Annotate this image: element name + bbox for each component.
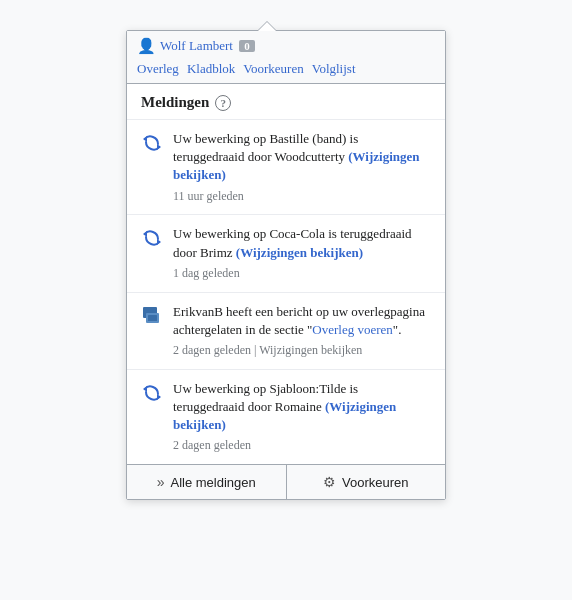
notifications-popup: 👤 Wolf Lambert 0 Overleg Kladblok Voorke… (126, 30, 446, 500)
svg-marker-3 (157, 239, 161, 245)
notification-content: Uw bewerking op Coca-Cola is teruggedraa… (173, 225, 431, 281)
nav-link-voorkeuren[interactable]: Voorkeuren (243, 61, 303, 77)
panel-header: Meldingen ? (127, 84, 445, 120)
top-navigation: 👤 Wolf Lambert 0 Overleg Kladblok Voorke… (127, 31, 445, 84)
notif-link[interactable]: (Wijzigingen bekijken) (173, 399, 396, 432)
all-notifications-button[interactable]: » Alle meldingen (127, 465, 287, 499)
svg-rect-6 (148, 315, 157, 321)
notif-time: 11 uur geleden (173, 188, 431, 205)
notif-link[interactable]: Overleg voeren (312, 322, 393, 337)
notification-item: Uw bewerking op Bastille (band) is terug… (127, 120, 445, 215)
notif-time-link[interactable]: Wijzigingen bekijken (259, 343, 362, 357)
username: Wolf Lambert (160, 38, 233, 54)
notif-time: 1 dag geleden (173, 265, 431, 282)
user-link[interactable]: 👤 Wolf Lambert (137, 37, 233, 55)
notif-time: 2 dagen geleden (173, 437, 431, 454)
notifications-list: Uw bewerking op Bastille (band) is terug… (127, 120, 445, 464)
gear-icon: ⚙ (323, 474, 336, 490)
notif-link[interactable]: (Wijzigingen bekijken) (236, 245, 363, 260)
panel-footer: » Alle meldingen ⚙ Voorkeuren (127, 464, 445, 499)
nav-link-volglijst[interactable]: Volglijst (312, 61, 356, 77)
help-icon[interactable]: ? (215, 95, 231, 111)
notif-text: ErikvanB heeft een bericht op uw overleg… (173, 304, 425, 337)
notif-link[interactable]: (Wijzigingen bekijken) (173, 149, 420, 182)
notification-item: Uw bewerking op Coca-Cola is teruggedraa… (127, 215, 445, 292)
notif-text: Uw bewerking op Sjabloon:Tilde is terugg… (173, 381, 396, 432)
talk-icon (141, 305, 163, 327)
nav-links: Overleg Kladblok Voorkeuren Volglijst (137, 61, 356, 77)
svg-marker-1 (157, 144, 161, 150)
notification-content: Uw bewerking op Bastille (band) is terug… (173, 130, 431, 204)
notification-content: ErikvanB heeft een bericht op uw overleg… (173, 303, 431, 359)
revert-icon (141, 382, 163, 404)
notification-item: Uw bewerking op Sjabloon:Tilde is terugg… (127, 370, 445, 464)
preferences-label: Voorkeuren (342, 475, 409, 490)
notif-time: 2 dagen geleden | Wijzigingen bekijken (173, 342, 431, 359)
nav-link-overleg[interactable]: Overleg (137, 61, 179, 77)
revert-icon (141, 132, 163, 154)
revert-icon (141, 227, 163, 249)
preferences-button[interactable]: ⚙ Voorkeuren (287, 465, 446, 499)
svg-marker-8 (157, 394, 161, 400)
notification-content: Uw bewerking op Sjabloon:Tilde is terugg… (173, 380, 431, 454)
chevrons-icon: » (157, 474, 165, 490)
notif-text: Uw bewerking op Coca-Cola is teruggedraa… (173, 226, 412, 259)
all-notifications-label: Alle meldingen (171, 475, 256, 490)
notification-item: ErikvanB heeft een bericht op uw overleg… (127, 293, 445, 370)
user-icon: 👤 (137, 37, 156, 55)
panel-title: Meldingen (141, 94, 209, 111)
notif-text: Uw bewerking op Bastille (band) is terug… (173, 131, 420, 182)
notification-badge: 0 (239, 40, 255, 52)
nav-link-kladblok[interactable]: Kladblok (187, 61, 235, 77)
